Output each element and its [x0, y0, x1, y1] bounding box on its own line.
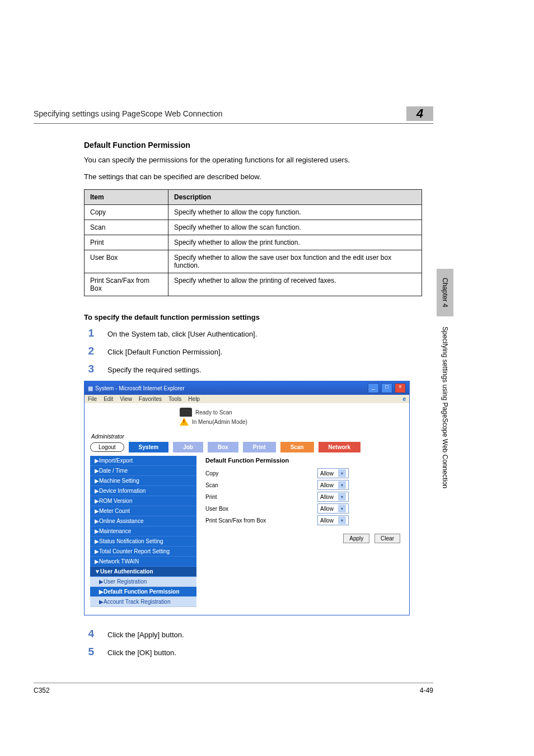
procedure-title: To specify the default function permissi… — [84, 313, 422, 321]
chevron-down-icon: ▾ — [338, 505, 346, 512]
logout-button[interactable]: Logout — [90, 442, 124, 452]
minimize-button[interactable]: _ — [368, 383, 379, 393]
browser-screenshot: ▦ System - Microsoft Internet Explorer _… — [84, 381, 410, 615]
step-text: On the System tab, click [User Authentic… — [107, 330, 257, 338]
content-pane: Default Function Permission Copy Allow▾ … — [202, 456, 404, 607]
sidebar-item-import-export[interactable]: ▶Import/Export — [90, 456, 196, 466]
sidebar-item-device-information[interactable]: ▶Device Information — [90, 486, 196, 496]
menu-help[interactable]: Help — [188, 396, 200, 402]
form-row-user-box: User Box Allow▾ — [205, 503, 400, 514]
menu-file[interactable]: File — [88, 396, 97, 402]
spec-header-item: Item — [85, 190, 168, 205]
select-print-scan-fax-box[interactable]: Allow▾ — [317, 515, 349, 525]
content-title: Default Function Permission — [205, 457, 400, 464]
sidebar-item-user-authentication[interactable]: ▼User Authentication — [90, 567, 196, 577]
procedure-step: 2 Click [Default Function Permission]. — [84, 345, 422, 357]
table-row: PrintSpecify whether to allow the print … — [85, 235, 422, 250]
ie-logo-icon: e — [402, 396, 406, 402]
step-number: 5 — [84, 646, 94, 658]
tab-system[interactable]: System — [129, 442, 169, 452]
sidebar-item-maintenance[interactable]: ▶Maintenance — [90, 526, 196, 536]
select-print[interactable]: Allow▾ — [317, 492, 349, 502]
procedure-step: 5 Click the [OK] button. — [84, 646, 422, 658]
sidebar-sub-user-registration[interactable]: ▶User Registration — [90, 577, 196, 587]
tab-print[interactable]: Print — [243, 442, 276, 452]
step-number: 3 — [84, 363, 94, 375]
select-user-box[interactable]: Allow▾ — [317, 503, 349, 514]
section-title: Default Function Permission — [84, 141, 422, 150]
step-text: Click the [OK] button. — [107, 648, 176, 657]
table-row: CopySpecify whether to allow the copy fu… — [85, 205, 422, 220]
side-vertical: Chapter 4 Specifying settings using Page… — [437, 269, 453, 488]
procedure-step: 1 On the System tab, click [User Authent… — [84, 327, 422, 339]
chevron-down-icon: ▾ — [338, 469, 346, 477]
procedure-step: 4 Click the [Apply] button. — [84, 628, 422, 640]
sidebar-item-network-twain[interactable]: ▶Network TWAIN — [90, 557, 196, 567]
step-text: Click the [Apply] button. — [107, 631, 184, 639]
menu-favorites[interactable]: Favorites — [139, 396, 162, 402]
warning-icon — [180, 418, 189, 426]
spec-header-description: Description — [168, 190, 421, 205]
footer-left: C352 — [34, 687, 50, 694]
sidebar-item-machine-setting[interactable]: ▶Machine Setting — [90, 476, 196, 486]
specification-table: Item Description CopySpecify whether to … — [84, 189, 422, 296]
page-header: Specifying settings using PageScope Web … — [34, 106, 433, 124]
chevron-down-icon: ▾ — [338, 481, 346, 489]
browser-body: Ready to Scan In Menu(Admin Mode) Admini… — [85, 403, 409, 615]
header-title: Specifying settings using PageScope Web … — [34, 109, 401, 118]
chapter-number-box: 4 — [406, 106, 433, 121]
sidebar-item-status-notification[interactable]: ▶Status Notification Setting — [90, 536, 196, 547]
form-row-print-scan-fax-box: Print Scan/Fax from Box Allow▾ — [205, 515, 400, 525]
sidebar-sub-default-function-permission[interactable]: ▶Default Function Permission — [90, 587, 196, 597]
ie-page-icon: ▦ — [88, 385, 93, 391]
page-footer: C352 4-49 — [34, 683, 433, 694]
sidebar: ▶Import/Export ▶Date / Time ▶Machine Set… — [90, 456, 196, 607]
sidebar-item-date-time[interactable]: ▶Date / Time — [90, 466, 196, 476]
table-row: Print Scan/Fax from BoxSpecify whether t… — [85, 273, 422, 296]
side-vertical-text: Specifying settings using PageScope Web … — [441, 326, 449, 488]
clear-button[interactable]: Clear — [374, 534, 400, 543]
status-ready: Ready to Scan — [195, 409, 232, 416]
step-text: Click [Default Function Permission]. — [107, 348, 222, 356]
chapter-tab: Chapter 4 — [437, 269, 453, 316]
step-number: 1 — [84, 327, 94, 339]
browser-menubar: File Edit View Favorites Tools Help e — [85, 395, 409, 403]
section-description-2: The settings that can be specified are d… — [84, 172, 422, 182]
form-label: User Box — [205, 506, 317, 512]
form-label: Print Scan/Fax from Box — [205, 517, 317, 524]
printer-icon — [180, 408, 192, 417]
form-label: Scan — [205, 482, 317, 488]
tab-scan[interactable]: Scan — [280, 442, 314, 452]
tab-job[interactable]: Job — [173, 442, 203, 452]
procedure-step: 3 Specify the required settings. — [84, 363, 422, 375]
sidebar-sub-account-track-registration[interactable]: ▶Account Track Registration — [90, 597, 196, 607]
sidebar-item-rom-version[interactable]: ▶ROM Version — [90, 496, 196, 506]
select-copy[interactable]: Allow▾ — [317, 468, 349, 478]
sidebar-item-online-assistance[interactable]: ▶Online Assistance — [90, 516, 196, 526]
browser-title: System - Microsoft Internet Explorer — [95, 385, 366, 391]
tab-box[interactable]: Box — [208, 442, 238, 452]
form-label: Print — [205, 494, 317, 500]
table-row: User BoxSpecify whether to allow the sav… — [85, 250, 422, 273]
menu-edit[interactable]: Edit — [104, 396, 113, 402]
step-text: Specify the required settings. — [107, 366, 202, 374]
status-mode: In Menu(Admin Mode) — [192, 419, 247, 425]
sidebar-item-meter-count[interactable]: ▶Meter Count — [90, 506, 196, 516]
browser-titlebar: ▦ System - Microsoft Internet Explorer _… — [85, 381, 409, 395]
chevron-down-icon: ▾ — [338, 493, 346, 501]
menu-tools[interactable]: Tools — [168, 396, 181, 402]
form-row-scan: Scan Allow▾ — [205, 480, 400, 490]
step-number: 4 — [84, 628, 94, 640]
sidebar-item-total-counter-report[interactable]: ▶Total Counter Report Setting — [90, 547, 196, 557]
maximize-button[interactable]: □ — [381, 383, 392, 393]
form-row-print: Print Allow▾ — [205, 492, 400, 502]
menu-view[interactable]: View — [120, 396, 132, 402]
chevron-down-icon: ▾ — [338, 516, 346, 524]
select-scan[interactable]: Allow▾ — [317, 480, 349, 490]
table-row: ScanSpecify whether to allow the scan fu… — [85, 220, 422, 235]
close-button[interactable]: × — [395, 383, 406, 393]
apply-button[interactable]: Apply — [343, 534, 369, 543]
section-description-1: You can specify the permissions for the … — [84, 155, 422, 165]
tab-network[interactable]: Network — [318, 442, 360, 452]
form-row-copy: Copy Allow▾ — [205, 468, 400, 478]
